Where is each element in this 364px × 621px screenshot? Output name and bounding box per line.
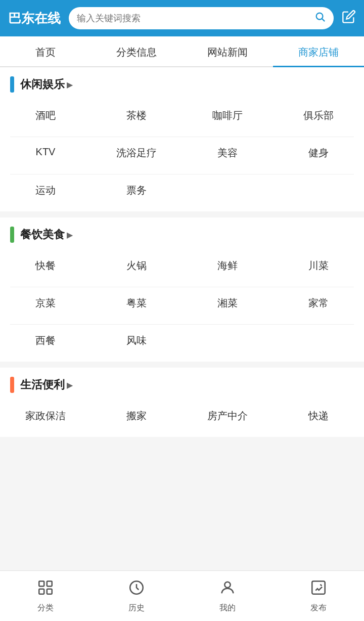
list-item[interactable]: 家常 [273,287,364,319]
search-input[interactable] [77,13,310,24]
list-item[interactable]: 酒吧 [0,100,91,131]
list-item[interactable]: 健身 [273,137,364,169]
list-item[interactable]: 洗浴足疗 [91,137,182,169]
list-item[interactable]: 海鲜 [182,250,273,282]
list-item[interactable]: 风味 [91,325,182,357]
section-leisure: 休闲娱乐 ▶ 酒吧 茶楼 咖啡厅 俱乐部 KTV 洗浴足疗 美容 健身 运动 票… [0,67,364,211]
list-item [182,325,273,357]
list-item[interactable]: 俱乐部 [273,100,364,131]
list-item[interactable]: 搬家 [91,400,182,432]
list-item[interactable]: 西餐 [0,325,91,357]
leisure-grid-3: 运动 票务 [0,174,364,211]
list-item [182,174,273,206]
list-item[interactable]: 票务 [91,174,182,206]
list-item[interactable]: 湘菜 [182,287,273,319]
section-life-header[interactable]: 生活便利 ▶ [0,368,364,400]
svg-line-1 [322,19,325,21]
life-indicator [10,377,14,393]
search-icon [314,11,326,25]
nav-tabs: 首页 分类信息 网站新闻 商家店铺 [0,36,364,67]
list-item[interactable]: 运动 [0,174,91,206]
nav-label-classify: 分类 [37,603,54,613]
svg-rect-4 [39,589,44,594]
nav-label-profile: 我的 [219,603,236,613]
nav-label-publish: 发布 [310,603,327,613]
publish-edit-icon [310,579,327,600]
svg-rect-3 [47,581,52,586]
clock-icon [128,579,145,600]
bottom-navigation: 分类 历史 我的 发布 [0,570,364,621]
food-title: 餐饮美食 [20,227,65,242]
list-item [273,325,364,357]
leisure-grid-2: KTV 洗浴足疗 美容 健身 [0,137,364,174]
nav-item-profile[interactable]: 我的 [182,571,273,621]
svg-point-0 [316,13,323,20]
user-icon [219,579,236,600]
tab-home[interactable]: 首页 [0,36,91,66]
list-item[interactable]: 快递 [273,400,364,432]
food-grid-3: 西餐 风味 [0,325,364,362]
tab-shops[interactable]: 商家店铺 [273,36,364,66]
list-item[interactable]: KTV [0,137,91,169]
list-item[interactable]: 房产中介 [182,400,273,432]
grid-icon [37,579,54,600]
svg-point-7 [224,582,230,587]
list-item[interactable]: 茶楼 [91,100,182,131]
list-item[interactable]: 火锅 [91,250,182,282]
food-grid-2: 京菜 粤菜 湘菜 家常 [0,287,364,324]
food-arrow: ▶ [67,230,73,240]
svg-rect-8 [312,581,325,594]
nav-item-history[interactable]: 历史 [91,571,182,621]
leisure-arrow: ▶ [67,80,73,90]
edit-icon[interactable] [342,10,356,27]
life-grid-1: 家政保洁 搬家 房产中介 快递 [0,400,364,437]
list-item[interactable]: 家政保洁 [0,400,91,432]
life-title: 生活便利 [20,377,65,392]
list-item[interactable]: 快餐 [0,250,91,282]
section-life: 生活便利 ▶ 家政保洁 搬家 房产中介 快递 [0,368,364,437]
list-item[interactable]: 美容 [182,137,273,169]
search-bar[interactable] [69,7,334,29]
food-grid-1: 快餐 火锅 海鲜 川菜 [0,250,364,287]
section-leisure-header[interactable]: 休闲娱乐 ▶ [0,67,364,100]
app-title: 巴东在线 [8,10,61,27]
tab-classify[interactable]: 分类信息 [91,36,182,66]
svg-rect-2 [39,581,44,586]
tab-news[interactable]: 网站新闻 [182,36,273,66]
main-content: 休闲娱乐 ▶ 酒吧 茶楼 咖啡厅 俱乐部 KTV 洗浴足疗 美容 健身 运动 票… [0,67,364,499]
app-header: 巴东在线 [0,0,364,36]
list-item [273,174,364,206]
nav-item-classify[interactable]: 分类 [0,571,91,621]
list-item[interactable]: 粤菜 [91,287,182,319]
nav-label-history: 历史 [128,603,145,613]
leisure-title: 休闲娱乐 [20,77,65,92]
nav-item-publish[interactable]: 发布 [273,571,364,621]
section-food: 餐饮美食 ▶ 快餐 火锅 海鲜 川菜 京菜 粤菜 湘菜 家常 西餐 风味 [0,217,364,362]
leisure-grid: 酒吧 茶楼 咖啡厅 俱乐部 [0,100,364,137]
leisure-indicator [10,76,14,93]
list-item[interactable]: 京菜 [0,287,91,319]
section-food-header[interactable]: 餐饮美食 ▶ [0,217,364,250]
list-item[interactable]: 咖啡厅 [182,100,273,131]
svg-rect-5 [47,589,52,594]
food-indicator [10,227,14,243]
life-arrow: ▶ [67,380,73,390]
list-item[interactable]: 川菜 [273,250,364,282]
